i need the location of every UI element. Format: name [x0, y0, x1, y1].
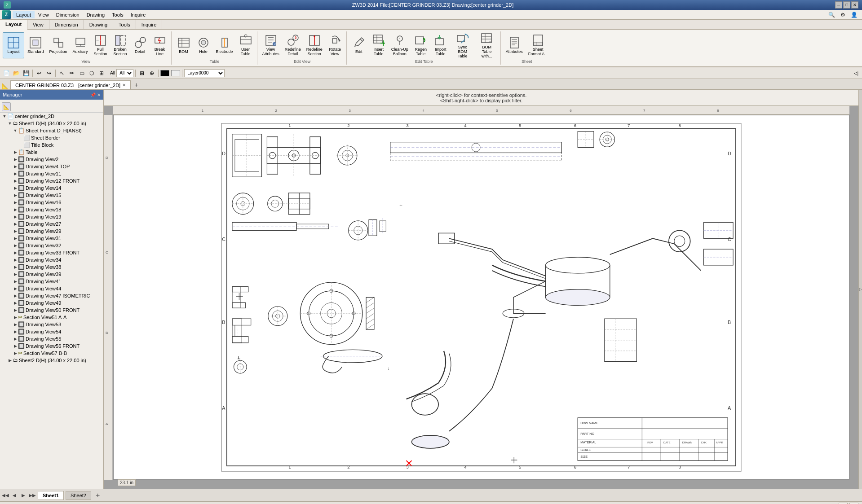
menu-view[interactable]: View [35, 11, 53, 18]
manager-close-btn[interactable]: ✕ [97, 92, 101, 97]
manager-icon-btn[interactable]: 📐 [2, 102, 11, 111]
expand-icon[interactable]: ▶ [13, 336, 18, 342]
bom-btn[interactable]: BOM [174, 32, 193, 58]
sheet-tab-2[interactable]: Sheet2 [66, 491, 91, 500]
break-line-btn[interactable]: BreakLine [150, 32, 169, 58]
snap-input[interactable]: All All [110, 69, 133, 77]
expand-icon[interactable]: ▶ [13, 343, 18, 349]
tree-item-title-block[interactable]: ⬜ Title Block [0, 141, 103, 149]
menu-tools[interactable]: Tools [108, 11, 127, 18]
tree-item-dv19[interactable]: ▶ 🔲 Drawing View19 [0, 213, 103, 220]
expand-icon[interactable]: ▶ [7, 358, 13, 363]
import-table-btn[interactable]: ImportTable [431, 32, 450, 58]
layout-view-icon[interactable]: ▤ [849, 503, 858, 504]
tree-item-dv54[interactable]: ▶ 🔲 Drawing View54 [0, 328, 103, 335]
maximize-btn[interactable]: □ [843, 1, 850, 9]
menu-layout[interactable]: Layout [13, 11, 35, 18]
ribbon-tab-inquire[interactable]: Inquire [136, 20, 163, 29]
minimize-btn[interactable]: ─ [835, 1, 842, 9]
ribbon-tab-dimension[interactable]: Dimension [49, 20, 84, 29]
expand-icon[interactable]: ▶ [13, 200, 18, 205]
tree-item-dv31[interactable]: ▶ 🔲 Drawing View31 [0, 235, 103, 242]
tree-item-dv38[interactable]: ▶ 🔲 Drawing View38 [0, 263, 103, 271]
canvas-area[interactable]: 8 7 6 5 4 3 2 1 D C B A [104, 106, 858, 489]
expand-icon[interactable]: ▶ [13, 236, 18, 241]
sheet-nav-last[interactable]: ▶▶ [29, 492, 36, 499]
tree-item-dv14[interactable]: ▶ 🔲 Drawing View14 [0, 184, 103, 192]
tree-item-sheet2[interactable]: ▶ 🗂 Sheet2 D(H) (34.00 x 22.00 in) [0, 357, 103, 364]
tree-item-dv39[interactable]: ▶ 🔲 Drawing View39 [0, 271, 103, 278]
sheet-nav-first[interactable]: ◀◀ [2, 492, 9, 499]
layer-select[interactable]: Layer0000 [184, 69, 225, 77]
expand-icon[interactable]: ▼ [13, 128, 18, 133]
user-table-btn[interactable]: UserTable [236, 32, 255, 58]
tree-item-dv4top[interactable]: ▶ 🔲 Drawing View4 TOP [0, 163, 103, 170]
ribbon-tab-layout[interactable]: Layout [0, 20, 27, 30]
detail-btn[interactable]: Detail [131, 32, 150, 58]
expand-icon[interactable]: ▶ [13, 257, 18, 263]
tool-save[interactable]: 💾 [22, 69, 31, 78]
hole-btn[interactable]: Hole [194, 32, 213, 58]
tree-item-dv32[interactable]: ▶ 🔲 Drawing View32 [0, 242, 103, 249]
menu-dimension[interactable]: Dimension [53, 11, 83, 18]
tree-item-sheet1[interactable]: ▼ 🗂 Sheet1 D(H) (34.00 x 22.00 in) [0, 120, 103, 127]
expand-icon[interactable]: ▼ [2, 114, 7, 119]
sheet-nav-next[interactable]: ▶ [20, 492, 27, 499]
expand-icon[interactable]: ▶ [13, 322, 18, 327]
search-icon[interactable]: 🔍 [826, 12, 838, 18]
expand-icon[interactable]: ▶ [13, 300, 18, 306]
tree-item-dv41[interactable]: ▶ 🔲 Drawing View41 [0, 278, 103, 285]
redefine-detail-btn[interactable]: RedefineDetail [283, 32, 303, 58]
tool-3d[interactable]: ⬡ [87, 69, 96, 78]
tree-item-dv33front[interactable]: ▶ 🔲 Drawing View33 FRONT [0, 249, 103, 256]
expand-icon[interactable]: ▶ [13, 207, 18, 212]
tree-item-dv34[interactable]: ▶ 🔲 Drawing View34 [0, 256, 103, 263]
expand-icon[interactable]: ▶ [13, 286, 18, 291]
expand-icon[interactable]: ▶ [13, 329, 18, 334]
tree-item-dv11[interactable]: ▶ 🔲 Drawing View11 [0, 170, 103, 177]
sheet-nav-prev[interactable]: ◀ [11, 492, 18, 499]
expand-icon[interactable]: ▶ [13, 315, 18, 320]
tool-open[interactable]: 📂 [12, 69, 21, 78]
tree-item-dv16[interactable]: ▶ 🔲 Drawing View16 [0, 199, 103, 206]
expand-icon[interactable]: ▶ [13, 228, 18, 234]
tree-item-dv29[interactable]: ▶ 🔲 Drawing View29 [0, 228, 103, 235]
tool-new[interactable]: 📄 [2, 69, 11, 78]
tree-item-sv51aa[interactable]: ▶ ✂ Section View51 A-A [0, 314, 103, 321]
expand-icon[interactable]: ▶ [13, 243, 18, 248]
regen-table-btn[interactable]: RegenTable [411, 32, 430, 58]
menu-inquire[interactable]: Inquire [127, 11, 150, 18]
drawing-canvas[interactable]: DRW NAME PART NO MATERIAL SCALE SIZE REV… [113, 115, 849, 480]
manager-pin-btn[interactable]: 📌 [90, 92, 96, 97]
tool-grid[interactable]: ⊞ [97, 69, 106, 78]
bom-table-with-btn[interactable]: ... BOMTable with... [475, 32, 499, 58]
tree-item-dv55[interactable]: ▶ 🔲 Drawing View55 [0, 335, 103, 342]
insert-table-btn[interactable]: InsertTable [369, 32, 388, 58]
expand-icon[interactable]: ▶ [13, 221, 18, 227]
expand-icon[interactable]: ▶ [13, 157, 18, 162]
projection-btn[interactable]: Projection [47, 32, 70, 58]
expand-icon[interactable]: ▶ [13, 164, 18, 169]
tree-item-dv27[interactable]: ▶ 🔲 Drawing View27 [0, 220, 103, 228]
collapse-right-btn[interactable]: ◁ [851, 69, 860, 78]
expand-icon[interactable]: ▶ [13, 185, 18, 191]
doc-tab-close-icon[interactable]: ✕ [122, 83, 126, 88]
expand-icon[interactable]: ▶ [13, 149, 18, 155]
right-collapse-panel[interactable]: ▷ [858, 90, 862, 489]
expand-icon[interactable]: ▶ [13, 178, 18, 184]
tree-item-dv47iso[interactable]: ▶ 🔲 Drawing View47 ISOMETRIC [0, 292, 103, 299]
fill-box[interactable] [171, 70, 180, 76]
doc-tab-add-btn[interactable]: + [132, 80, 141, 89]
expand-icon[interactable]: ▼ [7, 121, 13, 126]
tree-item-dv18[interactable]: ▶ 🔲 Drawing View18 [0, 206, 103, 213]
color-box[interactable] [160, 70, 169, 76]
tree-item-dv15[interactable]: ▶ 🔲 Drawing View15 [0, 192, 103, 199]
expand-icon[interactable]: ▶ [13, 272, 18, 277]
expand-icon[interactable]: ▶ [13, 293, 18, 298]
ribbon-tab-tools[interactable]: Tools [113, 20, 136, 29]
sheet-format-a-btn[interactable]: SheetFormat A... [526, 32, 550, 58]
expand-icon[interactable]: ▶ [13, 214, 18, 219]
tool-redo[interactable]: ↪ [44, 69, 53, 78]
doc-tab-main[interactable]: CENTER GRINDER 03.Z3 - [center grinder_2… [10, 80, 131, 89]
expand-icon[interactable]: ▶ [13, 351, 18, 356]
